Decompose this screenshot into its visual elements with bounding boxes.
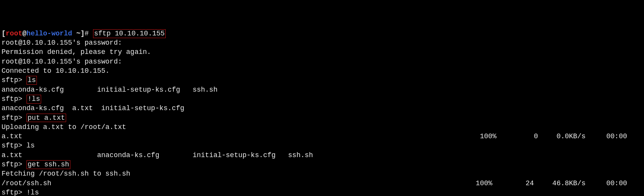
command-local-ls: !ls <box>27 189 39 196</box>
password-prompt: root@10.10.10.155's password: <box>2 39 122 47</box>
transfer-file: /root/ssh.sh <box>2 179 52 188</box>
command-ls: ls <box>27 76 37 85</box>
password-prompt: root@10.10.10.155's password: <box>2 58 122 65</box>
sftp-prompt: sftp> <box>2 76 27 84</box>
transfer-row: /root/ssh.sh100%2446.8KB/s00:00 <box>2 179 642 188</box>
command-sftp: sftp 10.10.10.155 <box>93 29 166 38</box>
sftp-prompt: sftp> <box>2 114 27 122</box>
ls-output: a.txt anaconda-ks.cfg initial-setup-ks.c… <box>2 151 313 159</box>
uploading-msg: Uploading a.txt to /root/a.txt <box>2 123 126 131</box>
transfer-row: a.txt100%00.0KB/s00:00 <box>2 132 642 141</box>
sftp-prompt: sftp> <box>2 189 27 196</box>
transfer-stats: 100%2446.8KB/s00:00 <box>469 179 642 188</box>
transfer-stats: 100%00.0KB/s00:00 <box>473 132 642 141</box>
permission-denied: Permission denied, please try again. <box>2 48 151 56</box>
fetching-msg: Fetching /root/ssh.sh to ssh.sh <box>2 170 130 178</box>
ls-output: anaconda-ks.cfg initial-setup-ks.cfg ssh… <box>2 86 218 94</box>
terminal[interactable]: [root@hello-world ~]# sftp 10.10.10.155 … <box>2 29 642 196</box>
local-ls-output: anaconda-ks.cfg a.txt initial-setup-ks.c… <box>2 104 184 112</box>
transfer-file: a.txt <box>2 132 22 141</box>
sftp-prompt: sftp> <box>2 95 27 103</box>
connected-msg: Connected to 10.10.10.155. <box>2 67 110 75</box>
command-get: get ssh.sh <box>27 160 70 169</box>
shell-prompt: [root@hello-world ~]# <box>2 30 93 37</box>
command-ls: ls <box>27 142 35 149</box>
sftp-prompt: sftp> <box>2 161 27 168</box>
sftp-prompt: sftp> <box>2 142 27 149</box>
command-put: put a.txt <box>27 114 66 122</box>
command-local-ls: !ls <box>27 95 41 104</box>
